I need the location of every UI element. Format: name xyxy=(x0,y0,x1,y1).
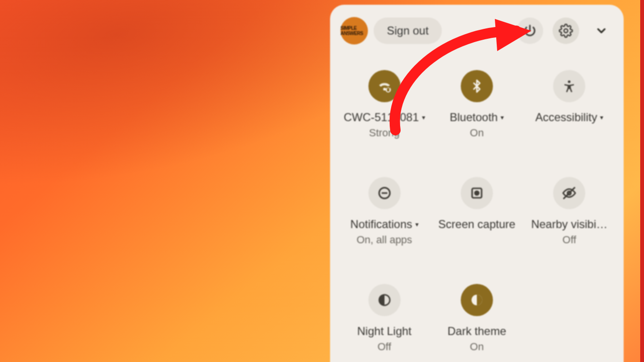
svg-rect-2 xyxy=(387,88,389,91)
dark-theme-tile[interactable]: Dark theme On xyxy=(433,284,520,353)
nearby-status: Off xyxy=(526,234,613,246)
sign-out-label: Sign out xyxy=(387,24,429,37)
notifications-label: Notifications▾ xyxy=(350,218,419,231)
night-light-icon xyxy=(368,284,401,316)
right-edge xyxy=(640,0,644,362)
svg-point-7 xyxy=(475,191,479,195)
bluetooth-label: Bluetooth▾ xyxy=(450,111,504,124)
power-button[interactable] xyxy=(517,18,543,44)
accessibility-label: Accessibility▾ xyxy=(535,111,603,124)
svg-point-0 xyxy=(564,29,568,33)
gear-icon xyxy=(559,24,573,38)
visibility-off-icon xyxy=(553,177,585,209)
caret-icon: ▾ xyxy=(600,114,603,121)
screen-capture-tile[interactable]: Screen capture xyxy=(433,177,520,246)
wifi-icon xyxy=(368,70,401,102)
avatar-text: SIMPLE ANSWERS xyxy=(340,26,368,36)
svg-point-3 xyxy=(568,80,571,83)
screen-capture-icon xyxy=(461,177,493,209)
wifi-tile[interactable]: CWC-5115081▾ Strong xyxy=(340,70,428,139)
bluetooth-status: On xyxy=(433,127,520,139)
bluetooth-icon xyxy=(461,70,493,102)
chevron-down-icon xyxy=(595,24,608,37)
quick-settings-panel: SIMPLE ANSWERS Sign out CWC xyxy=(330,5,624,362)
do-not-disturb-icon xyxy=(368,177,401,209)
dark-theme-label: Dark theme xyxy=(447,325,506,338)
wifi-label: CWC-5115081▾ xyxy=(344,111,425,124)
avatar[interactable]: SIMPLE ANSWERS xyxy=(340,17,368,44)
accessibility-icon xyxy=(553,70,585,102)
wifi-status: Strong xyxy=(340,127,428,139)
night-light-label: Night Light xyxy=(357,325,411,338)
nearby-label: Nearby visibi… xyxy=(531,218,608,231)
caret-icon: ▾ xyxy=(501,114,504,121)
screen-capture-label: Screen capture xyxy=(438,218,516,231)
night-light-tile[interactable]: Night Light Off xyxy=(340,284,428,353)
power-icon xyxy=(523,24,537,38)
caret-icon: ▾ xyxy=(422,114,425,121)
sign-out-button[interactable]: Sign out xyxy=(374,18,442,44)
caret-icon: ▾ xyxy=(415,221,419,228)
panel-header: SIMPLE ANSWERS Sign out xyxy=(340,15,613,46)
night-light-status: Off xyxy=(340,341,428,353)
bluetooth-tile[interactable]: Bluetooth▾ On xyxy=(433,70,520,139)
collapse-button[interactable] xyxy=(590,19,613,43)
notifications-status: On, all apps xyxy=(340,234,428,246)
quick-toggle-grid: CWC-5115081▾ Strong Bluetooth▾ On Access… xyxy=(340,70,613,353)
accessibility-tile[interactable]: Accessibility▾ xyxy=(526,70,613,139)
settings-button[interactable] xyxy=(553,18,579,44)
nearby-tile[interactable]: Nearby visibi… Off xyxy=(526,177,613,246)
dark-theme-icon xyxy=(461,284,493,316)
notifications-tile[interactable]: Notifications▾ On, all apps xyxy=(340,177,428,246)
dark-theme-status: On xyxy=(433,341,520,353)
